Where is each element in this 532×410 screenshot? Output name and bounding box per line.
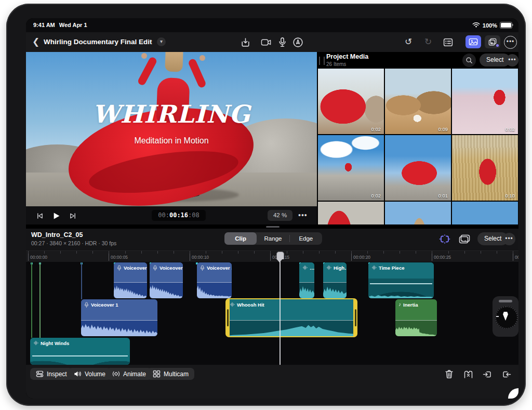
volume-label: Volume (85, 371, 105, 378)
media-thumbnail-9[interactable] (452, 202, 518, 224)
jog-wheel[interactable] (493, 296, 518, 337)
sliders-icon (36, 370, 44, 378)
thumb-duration: 0:02 (371, 193, 381, 199)
skip-forward-button[interactable] (66, 209, 79, 222)
ruler-label: 00:00:00 (28, 254, 47, 261)
timeline-clip-time-piece[interactable]: Time Piece (368, 262, 434, 298)
timeline-clip-voiceover2a[interactable]: Voiceover 2 (114, 262, 147, 298)
redo-button[interactable]: ↻ (422, 36, 434, 48)
volume-button[interactable]: Volume (68, 368, 111, 380)
media-thumbnail-6[interactable]: 0:10 (452, 135, 518, 201)
playhead-line[interactable] (280, 252, 281, 365)
timeline-ruler[interactable]: 00:00:00 00:00:05 00:00:10 00:00:15 00:0… (26, 250, 518, 262)
mode-edge[interactable]: Edge (290, 232, 322, 245)
jog-grip-handle[interactable] (499, 300, 512, 302)
panel-drag-handle[interactable] (319, 57, 325, 65)
media-panel-count: 26 Items (326, 61, 346, 67)
pencil-draw-button[interactable] (291, 36, 304, 48)
header-more-button[interactable]: ••• (504, 36, 517, 49)
timeline-clip-whoosh-hit-selected[interactable]: Whoosh Hit (227, 299, 356, 336)
timeline-clip-voiceover3[interactable]: Voiceover 3 (197, 262, 232, 298)
transport-bar: 00:00:16:08 42 % ••• (26, 206, 317, 224)
export-button[interactable] (239, 36, 251, 48)
thumb-duration: 0:10 (506, 193, 515, 199)
clip-label: Voiceover 2 (159, 265, 183, 271)
ruler-label: 00:00:20 (351, 254, 370, 261)
media-panel-title: Project Media (326, 53, 368, 60)
multicam-button[interactable]: Multicam (147, 368, 194, 380)
trim-handle-right[interactable] (353, 298, 357, 337)
dancer-right-hand (200, 55, 205, 61)
index-list-button[interactable] (442, 36, 454, 48)
clip-label: Voiceover 2 (124, 265, 147, 271)
overwrite-clip-button[interactable] (500, 368, 513, 380)
ruler-label: 00:00:10 (190, 254, 209, 261)
media-thumbnail-2[interactable]: 0:09 (385, 69, 451, 134)
timeline-tracks[interactable]: Voiceover 2 Voiceover 2 Voiceover 3 … Hi… (26, 262, 518, 365)
trim-handle-left[interactable] (225, 298, 230, 337)
media-more-button[interactable]: ••• (506, 54, 518, 67)
mode-clip[interactable]: Clip (224, 232, 257, 245)
wifi-icon (472, 22, 480, 28)
inspect-label: Inspect (47, 371, 67, 378)
timeline-clip-night-winds[interactable]: Night Winds (30, 338, 130, 365)
viewer-zoom-level[interactable]: 42 % (268, 210, 292, 221)
media-thumbnail-1[interactable]: 0:02 (318, 69, 384, 134)
clip-label: Voiceover 3 (207, 265, 232, 271)
playhead-handle[interactable] (276, 252, 284, 259)
blade-cut-button[interactable] (461, 368, 475, 380)
timeline-clip-inertia[interactable]: ♪Inertia (395, 299, 437, 336)
media-thumbnail-4[interactable]: 0:02 (318, 135, 384, 201)
timeline-more-button[interactable]: ••• (503, 233, 515, 245)
project-title[interactable]: Whirling Documentary Final Edit (44, 38, 152, 46)
snapping-toggle-button[interactable] (438, 233, 451, 245)
back-chevron-icon[interactable]: ❮ (30, 36, 42, 48)
title-chevron-down-icon[interactable]: ▾ (157, 37, 166, 46)
skip-back-button[interactable] (33, 209, 46, 222)
status-time-date: 9:41 AMWed Apr 1 (33, 22, 91, 28)
battery-percent: 100% (483, 22, 497, 29)
viewer-title-overlay: WHIRLING (26, 100, 317, 128)
media-thumbnail-5[interactable]: 0:01 (385, 135, 451, 201)
status-bar: 9:41 AMWed Apr 1 100% (26, 18, 518, 32)
animate-label: Animate (123, 371, 146, 378)
status-date: Wed Apr 1 (59, 22, 87, 28)
effects-button[interactable] (485, 35, 500, 48)
battery-icon (500, 22, 512, 29)
video-viewer[interactable]: WHIRLING Meditation in Motion (26, 52, 317, 206)
viewer-timeline-divider[interactable] (26, 224, 518, 229)
record-audio-mic-button[interactable] (276, 36, 288, 48)
timeline-clip-short-audio[interactable]: … (299, 262, 314, 298)
media-browser-button-active[interactable] (466, 35, 481, 48)
play-button[interactable] (50, 209, 62, 222)
ruler-label: 00:00:05 (109, 254, 128, 261)
record-video-button[interactable] (260, 36, 272, 48)
viewer-more-button[interactable]: ••• (298, 210, 308, 221)
media-thumbnail-3[interactable]: 0:02 (452, 69, 518, 134)
status-time: 9:41 AM (33, 22, 55, 28)
dancer-hat (165, 52, 183, 72)
effects-badge-dot (496, 44, 499, 47)
divider-grab-handle[interactable] (266, 226, 280, 228)
media-thumbnail-7[interactable] (318, 202, 384, 224)
inspect-button[interactable]: Inspect (30, 368, 73, 380)
timecode-display[interactable]: 00:00:16:08 (152, 210, 206, 221)
connect-overlay-button[interactable] (458, 233, 471, 245)
animate-button[interactable]: Animate (107, 368, 152, 380)
timeline-clip-voiceover2b[interactable]: Voiceover 2 (150, 262, 183, 298)
timeline-header: WD_Intro_C2_05 00:27 · 3840 × 2160 · HDR… (26, 229, 518, 250)
timeline-clip-high[interactable]: High… (323, 262, 347, 298)
ruler-label: 00:00:25 (432, 254, 451, 261)
media-thumbnail-8[interactable] (385, 202, 451, 224)
undo-button[interactable]: ↺ (402, 36, 415, 48)
clip-fade-body (368, 279, 434, 298)
timeline-clip-voiceover1[interactable]: Voiceover 1 (81, 299, 157, 336)
dancer-left-hand (141, 53, 147, 59)
mode-range[interactable]: Range (257, 232, 289, 245)
insert-clip-button[interactable] (481, 368, 494, 380)
clip-fade-body (30, 352, 130, 365)
multicam-label: Multicam (164, 371, 189, 378)
search-button[interactable] (462, 54, 476, 67)
multicam-grid-icon (153, 370, 161, 378)
delete-trash-button[interactable] (442, 368, 456, 380)
